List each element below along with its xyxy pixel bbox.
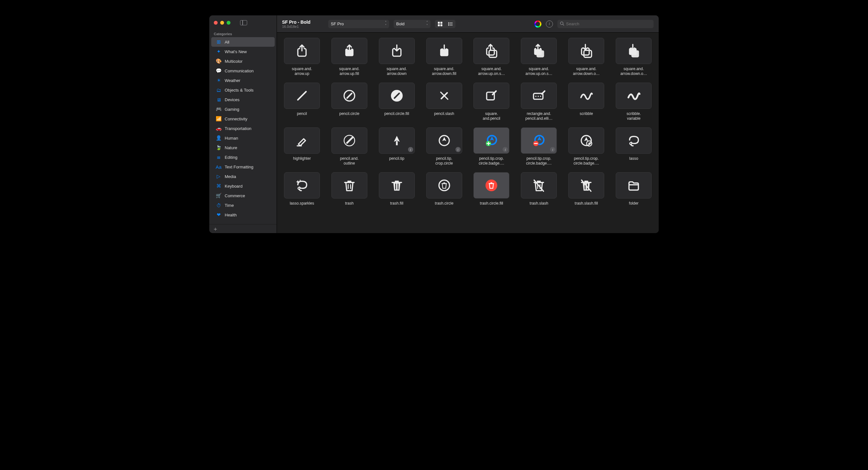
symbol-tile-lasso-sparkles[interactable] — [284, 172, 320, 199]
toggle-sidebar-button[interactable] — [240, 20, 247, 25]
symbol-tile-pencil-tip[interactable]: i — [379, 127, 415, 154]
symbol-tile-scribble[interactable] — [568, 82, 604, 109]
multicolor-info-icon: i — [503, 147, 508, 152]
health-category-icon: ❤︎ — [216, 212, 221, 218]
symbol-tile-square-and-arrow-up-on-square-fill[interactable] — [521, 38, 557, 64]
symbol-label: folder — [629, 201, 639, 211]
symbol-tile-square-and-arrow-down[interactable] — [379, 38, 415, 64]
sidebar-item-label: Time — [225, 203, 234, 208]
minimize-window-button[interactable] — [220, 21, 224, 25]
sidebar-item-all[interactable]: ⊞All — [211, 37, 275, 47]
font-select[interactable]: SF Pro ˄˅ — [328, 20, 389, 28]
sidebar-item-time[interactable]: ⏱Time — [211, 200, 275, 210]
symbol-tile-square-and-arrow-down-on-square[interactable] — [568, 38, 604, 64]
symbol-label: square.and. arrow.down.o… — [573, 67, 600, 76]
symbol-label: pencil.slash — [434, 111, 454, 121]
symbol-tile-trash-circle-fill[interactable] — [473, 172, 509, 199]
sidebar-item-label: Nature — [225, 145, 237, 150]
symbol-tile-lasso[interactable] — [616, 127, 652, 154]
symbol-tile-trash-slash[interactable] — [521, 172, 557, 199]
multicolor-info-icon: i — [408, 147, 413, 152]
symbol-tile-pencil-tip-crop-circle[interactable]: i — [426, 127, 462, 154]
sidebar-item-devices[interactable]: 🖥Devices — [211, 95, 275, 104]
window-title: SF Pro - Bold — [282, 20, 320, 25]
sidebar-item-transportation[interactable]: 🚗Transportation — [211, 124, 275, 133]
symbol-tile-trash-fill[interactable] — [379, 172, 415, 199]
sidebar-item-label: Health — [225, 212, 237, 217]
symbol-tile-pencil[interactable] — [284, 82, 320, 109]
symbol-tile-pencil-tip-crop-circle-badge-minus[interactable]: i — [521, 127, 557, 154]
symbol-cell: square.and. arrow.up.fill — [330, 38, 369, 76]
view-mode-segmented — [435, 20, 456, 28]
search-icon — [560, 22, 564, 27]
sidebar-item-objects-tools[interactable]: 🗂Objects & Tools — [211, 85, 275, 95]
sidebar-item-keyboard[interactable]: ⌘Keyboard — [211, 181, 275, 191]
symbol-tile-rectangle-and-pencil-and-ellipsis[interactable] — [521, 82, 557, 109]
symbol-label: highlighter — [293, 156, 311, 166]
gaming-category-icon: 🎮 — [216, 106, 221, 112]
sidebar-item-whats-new[interactable]: ✦What's New — [211, 47, 275, 56]
sidebar-item-commerce[interactable]: 🛒Commerce — [211, 191, 275, 200]
symbol-tile-square-and-arrow-up[interactable] — [284, 38, 320, 64]
sidebar-item-label: Objects & Tools — [225, 88, 253, 93]
symbol-tile-highlighter[interactable] — [284, 127, 320, 154]
sidebar-item-human[interactable]: 👤Human — [211, 133, 275, 143]
symbol-tile-square-and-arrow-down-on-square-fill[interactable] — [616, 38, 652, 64]
search-input[interactable] — [566, 22, 651, 26]
weight-select[interactable]: Bold ˄˅ — [394, 20, 431, 28]
pt-crop-plus-icon — [484, 134, 498, 147]
symbol-cell: trash.circle — [424, 172, 464, 211]
whats-new-category-icon: ✦ — [216, 49, 221, 55]
symbol-label: scribble. variable — [627, 111, 641, 121]
symbol-tile-scribble-variable[interactable] — [616, 82, 652, 109]
sidebar-item-multicolor[interactable]: 🎨Multicolor — [211, 56, 275, 66]
symbol-tile-pencil-circle[interactable] — [332, 82, 367, 109]
symbol-tile-trash-circle[interactable] — [426, 172, 462, 199]
symbol-label: pencil.tip.crop. circle.badge.… — [574, 156, 599, 166]
devices-category-icon: 🖥 — [216, 97, 221, 102]
svg-point-6 — [448, 24, 449, 24]
symbol-cell: square.and. arrow.up.on.s… — [472, 38, 512, 76]
sidebar-item-nature[interactable]: 🍃Nature — [211, 143, 275, 153]
symbol-tile-trash-slash-fill[interactable] — [568, 172, 604, 199]
zoom-window-button[interactable] — [227, 21, 230, 25]
inspector-button[interactable]: i — [546, 21, 553, 28]
sidebar-item-gaming[interactable]: 🎮Gaming — [211, 104, 275, 114]
search-field[interactable] — [557, 20, 654, 28]
sidebar-item-text-formatting[interactable]: AaText Formatting — [211, 162, 275, 172]
sidebar-item-media[interactable]: ▷Media — [211, 172, 275, 181]
list-view-button[interactable] — [445, 20, 456, 28]
symbol-cell: highlighter — [282, 127, 322, 166]
symbol-label: trash.circle.fill — [480, 201, 503, 211]
symbol-tile-square-and-arrow-up-on-square[interactable] — [473, 38, 509, 64]
symbol-tile-folder[interactable] — [616, 172, 652, 199]
symbol-tile-square-and-pencil[interactable] — [473, 82, 509, 109]
sidebar-item-communication[interactable]: 💬Communication — [211, 66, 275, 75]
grid-view-button[interactable] — [435, 20, 445, 28]
symbol-tile-pencil-tip-crop-circle-badge-plus[interactable]: i — [473, 127, 509, 154]
sidebar-item-label: All — [225, 40, 229, 44]
sidebar-item-editing[interactable]: ≣Editing — [211, 153, 275, 162]
rendering-color-button[interactable] — [534, 21, 541, 28]
close-window-button[interactable] — [214, 21, 218, 25]
pencil-outline-icon — [342, 134, 356, 147]
rect-pencil-elli-icon — [532, 89, 546, 103]
symbol-tile-pencil-circle-fill[interactable] — [379, 82, 415, 109]
symbol-label: trash.slash.fill — [575, 201, 598, 211]
share-up-icon — [295, 44, 309, 58]
toolbar: SF Pro - Bold 16.0d18e1 SF Pro ˄˅ Bold ˄… — [277, 15, 659, 33]
add-collection-button[interactable]: ＋ — [213, 226, 218, 232]
all-category-icon: ⊞ — [216, 39, 221, 45]
symbol-tile-pencil-tip-crop-circle-badge-arrow-forward[interactable] — [568, 127, 604, 154]
window-subtitle: 16.0d18e1 — [282, 25, 320, 29]
symbol-tile-square-and-arrow-down-fill[interactable] — [426, 38, 462, 64]
sidebar-item-health[interactable]: ❤︎Health — [211, 210, 275, 220]
symbol-tile-pencil-slash[interactable] — [426, 82, 462, 109]
sidebar-item-weather[interactable]: ☀︎Weather — [211, 75, 275, 85]
symbol-tile-square-and-arrow-up-fill[interactable] — [332, 38, 367, 64]
symbol-tile-pencil-and-outline[interactable] — [332, 127, 367, 154]
nature-category-icon: 🍃 — [216, 145, 221, 150]
sidebar-item-connectivity[interactable]: 📶Connectivity — [211, 114, 275, 124]
symbol-tile-trash[interactable] — [332, 172, 367, 199]
symbol-label: pencil.circle.fill — [384, 111, 409, 121]
